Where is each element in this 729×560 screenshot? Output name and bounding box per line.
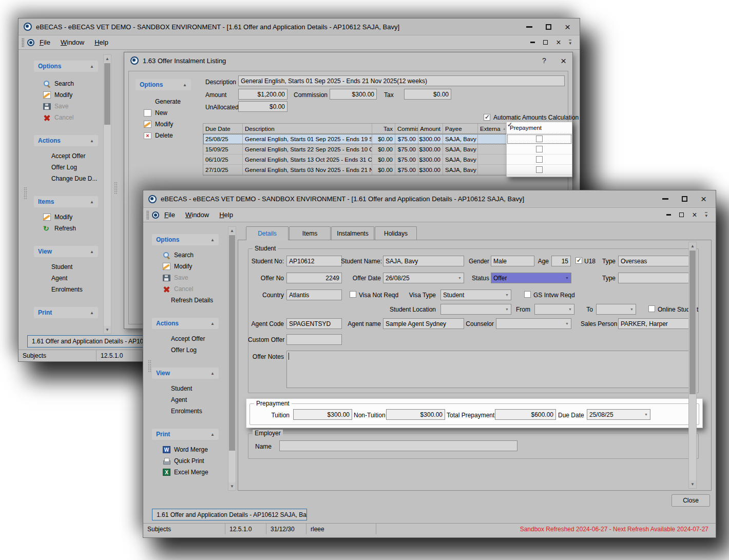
- prepayment-checkbox[interactable]: [536, 146, 543, 152]
- col-due-date[interactable]: Due Date: [203, 124, 243, 134]
- visa-not-reqd-checkbox[interactable]: [350, 291, 356, 298]
- close-icon[interactable]: [701, 196, 706, 202]
- custom-offer-field[interactable]: [286, 334, 342, 345]
- sidebar-item-items-refresh[interactable]: Refresh: [43, 223, 76, 234]
- sidebar-item-search[interactable]: Search: [163, 250, 194, 260]
- sidebar-item-offer-log[interactable]: Offer Log: [171, 345, 197, 355]
- sidebar-item-accept-offer[interactable]: Accept Offer: [51, 151, 85, 161]
- menubar-grip[interactable]: [22, 38, 24, 47]
- menu-window[interactable]: Window: [180, 211, 214, 219]
- col-commission[interactable]: Commissi: [395, 124, 418, 134]
- close-button[interactable]: Close: [672, 494, 710, 507]
- scroll-down-icon[interactable]: [689, 480, 696, 488]
- mdi-minimize-icon[interactable]: [530, 42, 535, 43]
- prepayment-column-header[interactable]: Prepayment: [507, 122, 572, 134]
- prepayment-cell[interactable]: [507, 165, 572, 175]
- counselor-dropdown[interactable]: [496, 318, 571, 329]
- agent-name-field[interactable]: Sample Agent Sydney: [383, 318, 464, 329]
- dialog-item-new[interactable]: New: [144, 108, 167, 118]
- dialog-section-options[interactable]: Options: [136, 79, 191, 90]
- menu-file[interactable]: File: [34, 38, 55, 46]
- prepayment-cell[interactable]: [507, 155, 572, 165]
- menu-help[interactable]: Help: [214, 211, 238, 219]
- sidebar-section-view[interactable]: View: [152, 368, 219, 379]
- sidebar-item-change-due-date[interactable]: Change Due D...: [51, 173, 97, 184]
- sidebar-item-search[interactable]: Search: [43, 79, 74, 89]
- offer-no-field[interactable]: 2249: [286, 273, 342, 283]
- employer-name-field[interactable]: [279, 440, 517, 451]
- amount-field[interactable]: $1,200.00: [238, 89, 287, 100]
- scrollbar-thumb[interactable]: [689, 250, 696, 394]
- sidebar-item-modify[interactable]: Modify: [43, 90, 72, 100]
- menubar-grip[interactable]: [146, 210, 149, 220]
- scroll-down-icon[interactable]: [228, 482, 236, 490]
- scroll-up-icon[interactable]: [104, 55, 111, 63]
- sidebar-section-options[interactable]: Options: [152, 234, 219, 245]
- country-field[interactable]: Atlantis: [286, 289, 342, 300]
- non-tuition-field[interactable]: $300.00: [386, 409, 445, 420]
- sidebar-item-quick-print[interactable]: Quick Print: [163, 456, 204, 466]
- prepayment-checkbox[interactable]: [536, 136, 543, 142]
- mdi-close-icon[interactable]: [556, 40, 561, 45]
- from-dropdown[interactable]: [534, 304, 574, 315]
- sidebar-item-items-modify[interactable]: Modify: [43, 212, 72, 222]
- scrollbar-thumb[interactable]: [229, 235, 235, 451]
- table-row[interactable]: 15/09/25 General English, Starts 22 Sep …: [203, 144, 507, 155]
- tab-details[interactable]: Details: [246, 226, 289, 240]
- sidebar-scrollbar[interactable]: [103, 54, 111, 334]
- sidebar-scrollbar[interactable]: [228, 226, 236, 491]
- unallocated-field[interactable]: $0.00: [238, 101, 287, 112]
- commission-field[interactable]: $300.00: [330, 89, 377, 100]
- sidebar-item-accept-offer[interactable]: Accept Offer: [171, 334, 205, 344]
- dialog-item-modify[interactable]: Modify: [144, 119, 173, 129]
- minimize-icon[interactable]: [526, 26, 532, 28]
- col-tax[interactable]: Tax: [372, 124, 395, 134]
- status-dropdown[interactable]: Offer: [491, 273, 571, 283]
- maximize-icon[interactable]: [546, 24, 551, 30]
- offer-date-dropdown[interactable]: 26/08/25: [383, 273, 464, 283]
- gs-intvw-checkbox[interactable]: [524, 291, 531, 298]
- mdi-window-tab[interactable]: 1.61 Offer and Application Details - AP1…: [27, 335, 153, 347]
- dialog-item-generate[interactable]: Generate: [155, 96, 181, 107]
- description-field[interactable]: General English, Starts 01 Sep 2025 - En…: [238, 75, 565, 86]
- table-row[interactable]: 06/10/25 General English, Starts 13 Oct …: [203, 155, 507, 165]
- sidebar-section-print[interactable]: Print: [34, 307, 98, 318]
- close-icon[interactable]: [561, 58, 566, 64]
- col-payee[interactable]: Payee: [443, 124, 478, 134]
- agent-code-field[interactable]: SPAGENTSYD: [286, 318, 342, 329]
- gender-field[interactable]: Male: [491, 256, 534, 266]
- minimize-icon[interactable]: [662, 198, 668, 200]
- mdi-close-icon[interactable]: [692, 213, 697, 218]
- student-location-dropdown[interactable]: [440, 304, 511, 315]
- tab-items[interactable]: Items: [289, 226, 331, 240]
- u18-checkbox[interactable]: [575, 257, 582, 264]
- offer-type-dropdown[interactable]: [618, 273, 695, 283]
- sidebar-item-view-enrolments[interactable]: Enrolments: [51, 284, 83, 295]
- sidebar-item-modify[interactable]: Modify: [163, 261, 192, 272]
- splitter-grip[interactable]: [148, 360, 151, 372]
- sidebar-section-view[interactable]: View: [34, 246, 98, 257]
- dialog-item-delete[interactable]: Delete: [144, 130, 173, 141]
- age-field[interactable]: 15: [551, 256, 571, 266]
- help-icon[interactable]: [542, 56, 546, 65]
- col-amount[interactable]: Amount: [418, 124, 443, 134]
- student-no-field[interactable]: AP10612: [286, 256, 342, 266]
- toolbar-overflow-icon[interactable]: [705, 212, 707, 218]
- scroll-up-icon[interactable]: [228, 227, 236, 235]
- prepayment-checkbox[interactable]: [536, 166, 543, 173]
- scrollbar-thumb[interactable]: [104, 63, 110, 125]
- tab-holidays[interactable]: Holidays: [375, 226, 417, 240]
- mdi-minimize-icon[interactable]: [666, 214, 671, 216]
- details-scrollbar[interactable]: [688, 242, 697, 489]
- maximize-icon[interactable]: [682, 196, 687, 202]
- sidebar-item-word-merge[interactable]: Word Merge: [163, 445, 208, 455]
- col-description[interactable]: Description: [243, 124, 372, 134]
- sidebar-item-view-student[interactable]: Student: [51, 262, 72, 272]
- scroll-down-icon[interactable]: [104, 326, 111, 334]
- offer-notes-textarea[interactable]: ▲ ▼: [286, 351, 695, 388]
- prepayment-cell[interactable]: [507, 134, 572, 144]
- sidebar-item-excel-merge[interactable]: Excel Merge: [163, 467, 208, 477]
- tab-instalments[interactable]: Instalments: [331, 226, 374, 240]
- sidebar-item-view-enrolments[interactable]: Enrolments: [171, 406, 202, 416]
- menu-file[interactable]: File: [159, 211, 180, 219]
